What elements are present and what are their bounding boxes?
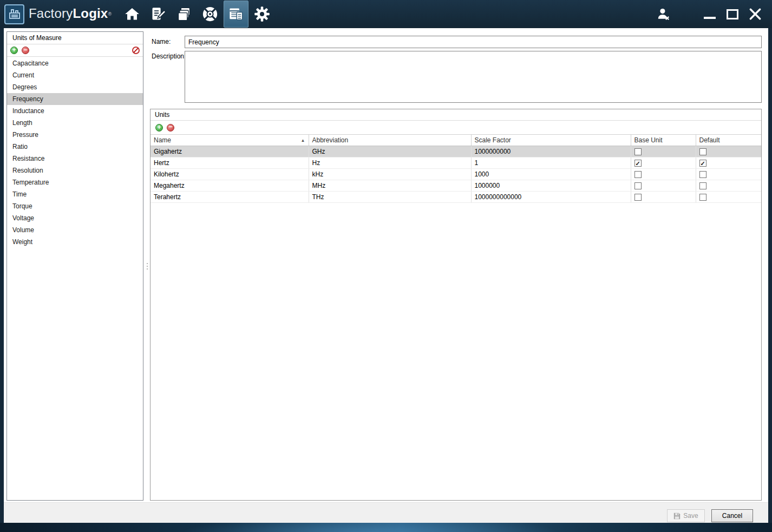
unit-row-megahertz[interactable]: MegahertzMHz1000000 xyxy=(151,180,761,192)
base-unit-checkbox[interactable] xyxy=(634,182,642,189)
cancel-circle-icon[interactable] xyxy=(132,47,140,54)
unit-abbreviation-cell[interactable]: MHz xyxy=(309,180,471,192)
sidebar-item-resolution[interactable]: Resolution xyxy=(7,165,143,176)
minimize-button[interactable] xyxy=(698,2,721,26)
sidebar-toolbar xyxy=(7,44,143,57)
close-button[interactable] xyxy=(744,2,767,26)
column-header-default[interactable]: Default xyxy=(696,135,761,146)
sort-ascending-icon xyxy=(301,138,305,143)
sidebar-item-degrees[interactable]: Degrees xyxy=(7,81,143,93)
logoff-user-icon[interactable] xyxy=(652,2,675,26)
home-icon[interactable] xyxy=(120,1,145,27)
panel-title: Units of Measure xyxy=(7,32,143,44)
units-groupbox: Units NameAbbreviationScale FactorBase U… xyxy=(150,109,762,501)
documents-stack-icon[interactable] xyxy=(172,1,197,27)
sidebar-item-frequency[interactable]: Frequency xyxy=(7,93,143,105)
sidebar-item-torque[interactable]: Torque xyxy=(7,200,143,212)
unit-name-cell[interactable]: Gigahertz xyxy=(151,146,309,157)
remove-unit-of-measure-button[interactable] xyxy=(22,47,29,54)
remove-unit-button[interactable] xyxy=(167,124,174,132)
unit-scale-factor-cell[interactable]: 1000000000000 xyxy=(471,192,631,203)
units-table-body: GigahertzGHz1000000000HertzHz1Kilohertzk… xyxy=(151,146,761,203)
settings-gear-icon[interactable] xyxy=(250,1,274,27)
panel-splitter[interactable] xyxy=(145,31,150,501)
base-unit-checkbox[interactable] xyxy=(634,171,642,178)
sidebar-item-weight[interactable]: Weight xyxy=(7,236,143,248)
units-group-title: Units xyxy=(151,109,761,121)
unit-name-cell[interactable]: Terahertz xyxy=(151,192,309,203)
unit-scale-factor-cell[interactable]: 1 xyxy=(471,157,631,169)
window-bottom-accent xyxy=(0,523,772,532)
sidebar-item-temperature[interactable]: Temperature xyxy=(7,176,143,188)
base-unit-checkbox[interactable] xyxy=(634,194,642,201)
default-checkbox[interactable] xyxy=(699,171,706,178)
unit-row-terahertz[interactable]: TerahertzTHz1000000000000 xyxy=(151,192,761,203)
column-header-base-unit[interactable]: Base Unit xyxy=(631,135,696,146)
maximize-button[interactable] xyxy=(721,2,744,26)
unit-scale-factor-cell[interactable]: 1000000 xyxy=(471,180,631,192)
sidebar-item-pressure[interactable]: Pressure xyxy=(7,129,143,141)
cancel-button[interactable]: Cancel xyxy=(711,509,753,522)
unit-row-gigahertz[interactable]: GigahertzGHz1000000000 xyxy=(151,146,761,157)
sidebar-item-resistance[interactable]: Resistance xyxy=(7,153,143,165)
footer-strip xyxy=(4,502,768,523)
base-unit-checkbox[interactable] xyxy=(634,148,642,155)
default-checkbox[interactable] xyxy=(699,182,706,189)
unit-abbreviation-cell[interactable]: GHz xyxy=(309,146,471,157)
units-of-measure-list: CapacitanceCurrentDegreesFrequencyInduct… xyxy=(7,57,143,500)
unit-name-cell[interactable]: Hertz xyxy=(151,157,309,169)
description-input[interactable] xyxy=(185,51,762,103)
forms-icon[interactable] xyxy=(224,1,248,28)
sidebar-item-inductance[interactable]: Inductance xyxy=(7,105,143,117)
sidebar-item-voltage[interactable]: Voltage xyxy=(7,212,143,224)
detail-panel: Name: Description: Units NameAbbreviatio… xyxy=(150,31,762,501)
column-header-scale-factor[interactable]: Scale Factor xyxy=(471,135,631,146)
factorylogix-logo-icon xyxy=(4,4,24,24)
unit-scale-factor-cell[interactable]: 1000000000 xyxy=(471,146,631,157)
units-of-measure-panel: Units of Measure CapacitanceCurrentDegre… xyxy=(6,31,143,501)
column-header-abbreviation[interactable]: Abbreviation xyxy=(309,135,471,146)
default-checkbox[interactable] xyxy=(699,148,706,155)
compass-icon[interactable] xyxy=(198,1,223,27)
sidebar-item-current[interactable]: Current xyxy=(7,69,143,81)
column-header-name[interactable]: Name xyxy=(151,135,309,146)
unit-abbreviation-cell[interactable]: THz xyxy=(309,192,471,203)
unit-abbreviation-cell[interactable]: kHz xyxy=(309,169,471,180)
add-unit-button[interactable] xyxy=(155,124,163,132)
units-header-row: NameAbbreviationScale FactorBase UnitDef… xyxy=(151,135,761,146)
base-unit-checkbox[interactable] xyxy=(634,160,642,167)
unit-row-hertz[interactable]: HertzHz1 xyxy=(151,157,761,169)
sidebar-item-length[interactable]: Length xyxy=(7,117,143,129)
add-unit-of-measure-button[interactable] xyxy=(10,47,18,54)
window-controls xyxy=(652,0,767,28)
description-label: Description: xyxy=(152,52,186,60)
app-title: FactoryLogix® xyxy=(29,6,112,22)
default-checkbox[interactable] xyxy=(699,194,706,201)
sidebar-item-volume[interactable]: Volume xyxy=(7,224,143,236)
sidebar-item-ratio[interactable]: Ratio xyxy=(7,141,143,153)
units-toolbar xyxy=(151,121,761,134)
unit-scale-factor-cell[interactable]: 1000 xyxy=(471,169,631,180)
save-button-label: Save xyxy=(683,512,698,520)
unit-name-cell[interactable]: Kilohertz xyxy=(151,169,309,180)
main-toolbar xyxy=(119,0,275,28)
cancel-button-label: Cancel xyxy=(722,512,742,520)
name-input[interactable] xyxy=(185,36,762,48)
name-label: Name: xyxy=(152,38,171,45)
unit-name-cell[interactable]: Megahertz xyxy=(151,180,309,192)
unit-abbreviation-cell[interactable]: Hz xyxy=(309,157,471,169)
sidebar-item-time[interactable]: Time xyxy=(7,188,143,200)
sidebar-item-capacitance[interactable]: Capacitance xyxy=(7,57,143,69)
unit-row-kilohertz[interactable]: KilohertzkHz1000 xyxy=(151,169,761,180)
title-bar: FactoryLogix® xyxy=(0,0,772,28)
units-table: NameAbbreviationScale FactorBase UnitDef… xyxy=(151,134,761,203)
default-checkbox[interactable] xyxy=(699,160,706,167)
save-button[interactable]: Save xyxy=(667,509,705,522)
edit-document-icon[interactable] xyxy=(146,1,171,27)
client-area: Units of Measure CapacitanceCurrentDegre… xyxy=(4,28,768,523)
